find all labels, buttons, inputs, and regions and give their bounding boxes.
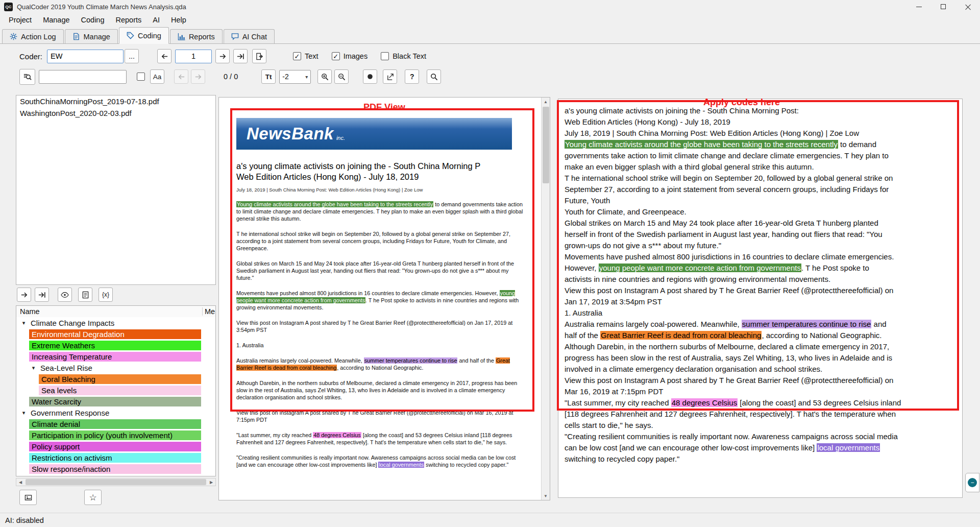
pdf-page[interactable]: NewsBank inc. a's young climate activist… bbox=[219, 98, 541, 500]
previous-result-button[interactable] bbox=[174, 69, 188, 84]
expander-icon[interactable]: ▾ bbox=[29, 365, 38, 371]
expander-icon[interactable]: ▾ bbox=[19, 410, 28, 416]
code-label[interactable]: Policy support bbox=[29, 442, 201, 451]
code-item-extreme-weathers[interactable]: Extreme Weathers bbox=[16, 340, 215, 351]
page-number-input[interactable] bbox=[175, 50, 212, 63]
coded-segment[interactable]: 48 degrees Celsius bbox=[671, 398, 738, 407]
coded-segment[interactable]: 48 degrees Celsius bbox=[313, 432, 361, 438]
menu-item-coding[interactable]: Coding bbox=[76, 14, 110, 26]
tab-coding[interactable]: Coding bbox=[119, 27, 169, 44]
case-sensitive-button[interactable]: Aa bbox=[150, 69, 164, 84]
code-item-climate-change-impacts[interactable]: ▾Climate Change Impacts bbox=[16, 317, 215, 328]
search-input[interactable] bbox=[39, 70, 127, 84]
code-item-sea-levels[interactable]: Sea levels bbox=[16, 385, 215, 396]
column-header-memo[interactable]: Me bbox=[202, 307, 215, 316]
close-button[interactable] bbox=[955, 0, 980, 13]
coded-segment[interactable]: summer temperatures continue to rise bbox=[364, 357, 458, 364]
coded-segment[interactable]: summer temperatures continue to rise bbox=[742, 320, 872, 328]
maximize-button[interactable] bbox=[931, 0, 955, 13]
file-attributes-button[interactable]: {x} bbox=[99, 288, 113, 302]
coder-more-button[interactable]: ... bbox=[125, 49, 139, 63]
screenshot-code-button[interactable] bbox=[19, 490, 37, 505]
previous-page-button[interactable] bbox=[157, 49, 172, 63]
minimize-button[interactable] bbox=[906, 0, 931, 13]
search-option-checkbox[interactable] bbox=[137, 73, 145, 81]
coded-segment[interactable]: Young climate activists around the globe… bbox=[236, 201, 433, 207]
file-memo-button[interactable] bbox=[78, 288, 92, 302]
coded-segment[interactable]: Young climate activists around the globe… bbox=[565, 140, 838, 149]
zoom-in-button[interactable] bbox=[317, 69, 332, 84]
code-label[interactable]: Participation in policy (youth involveme… bbox=[29, 430, 201, 440]
code-label[interactable]: Sea-Level Rise bbox=[38, 363, 95, 373]
next-page-button[interactable] bbox=[215, 49, 230, 63]
text-search-button[interactable] bbox=[19, 69, 35, 85]
checkbox-text[interactable]: ✓Text bbox=[293, 52, 318, 60]
code-item-restrictions-on-activism[interactable]: Restrictions on activism bbox=[16, 452, 215, 463]
search-button[interactable] bbox=[427, 69, 441, 84]
code-label[interactable]: Environmental Degradation bbox=[29, 329, 201, 339]
code-label[interactable]: Climate Change Impacts bbox=[28, 318, 117, 328]
code-item-sea-level-rise[interactable]: ▾Sea-Level Rise bbox=[16, 362, 215, 373]
code-item-climate-denial[interactable]: Climate denial bbox=[16, 418, 215, 429]
scroll-right-icon[interactable]: ▶ bbox=[207, 480, 215, 485]
menu-item-project[interactable]: Project bbox=[3, 14, 37, 26]
checkbox-box[interactable] bbox=[381, 52, 389, 60]
code-tree-horizontal-scrollbar[interactable]: ◀ ▶ bbox=[16, 478, 216, 486]
coded-segment[interactable]: young people want more concrete action f… bbox=[599, 264, 801, 272]
code-label[interactable]: Increasing Temperature bbox=[29, 352, 201, 362]
menu-item-reports[interactable]: Reports bbox=[110, 14, 148, 26]
next-result-button[interactable] bbox=[191, 69, 205, 84]
code-label[interactable]: Extreme Weathers bbox=[29, 341, 201, 350]
scroll-up-icon[interactable]: ▲ bbox=[544, 98, 548, 106]
view-file-button[interactable] bbox=[58, 288, 72, 302]
coding-text-panel[interactable]: a's young climate activists on joining t… bbox=[558, 99, 963, 498]
tab-ai-chat[interactable]: AI Chat bbox=[224, 29, 275, 43]
scroll-down-icon[interactable]: ▼ bbox=[544, 492, 548, 500]
checkbox-box[interactable]: ✓ bbox=[293, 52, 301, 60]
pdf-vertical-scrollbar[interactable]: ▲ ▼ bbox=[541, 98, 550, 500]
annotate-button[interactable] bbox=[363, 69, 377, 84]
column-header-name[interactable]: Name bbox=[16, 307, 202, 316]
code-label[interactable]: Restrictions on activism bbox=[29, 453, 201, 463]
menu-item-manage[interactable]: Manage bbox=[37, 14, 75, 26]
code-label[interactable]: Climate denial bbox=[29, 419, 201, 429]
scroll-left-icon[interactable]: ◀ bbox=[16, 480, 24, 485]
code-item-slow-response-inaction[interactable]: Slow response/inaction bbox=[16, 463, 215, 474]
code-item-water-scarcity[interactable]: Water Scarcity bbox=[16, 396, 215, 407]
code-label[interactable]: Slow response/inaction bbox=[29, 464, 201, 474]
file-list-item[interactable]: WashingtonPost_2020-02-03.pdf bbox=[16, 107, 215, 119]
code-item-increasing-temperature[interactable]: Increasing Temperature bbox=[16, 351, 215, 362]
code-label[interactable]: Water Scarcity bbox=[29, 397, 201, 406]
font-button[interactable]: Tt bbox=[261, 69, 276, 84]
tab-manage[interactable]: Manage bbox=[65, 29, 118, 43]
code-item-participation-in-policy-youth-involvement[interactable]: Participation in policy (youth involveme… bbox=[16, 429, 215, 441]
menu-item-ai[interactable]: AI bbox=[147, 14, 165, 26]
goto-last-file-button[interactable] bbox=[35, 288, 49, 302]
ai-panel-toggle-button[interactable]: − bbox=[965, 473, 979, 492]
tab-reports[interactable]: Reports bbox=[170, 29, 223, 43]
coded-segment[interactable]: local governments bbox=[817, 443, 880, 452]
goto-coded-page-button[interactable] bbox=[252, 49, 266, 63]
menu-item-help[interactable]: Help bbox=[165, 14, 192, 26]
export-button[interactable] bbox=[383, 69, 397, 84]
zoom-out-button[interactable] bbox=[334, 69, 349, 84]
scrollbar-thumb[interactable] bbox=[26, 479, 206, 485]
last-page-button[interactable] bbox=[233, 49, 248, 63]
file-list-item[interactable]: SouthChinaMorningPost_2019-07-18.pdf bbox=[16, 95, 215, 107]
code-item-environmental-degradation[interactable]: Environmental Degradation bbox=[16, 328, 215, 340]
code-item-government-response[interactable]: ▾Government Response bbox=[16, 407, 215, 418]
code-label[interactable]: Government Response bbox=[28, 408, 112, 418]
coded-segment[interactable]: local governments bbox=[378, 462, 424, 468]
code-label[interactable]: Sea levels bbox=[39, 386, 201, 395]
checkbox-box[interactable]: ✓ bbox=[332, 52, 340, 60]
code-item-coral-bleaching[interactable]: Coral Bleaching bbox=[16, 373, 215, 385]
scrollbar-thumb[interactable] bbox=[543, 107, 549, 183]
goto-next-file-button[interactable] bbox=[17, 288, 31, 302]
checkbox-black-text[interactable]: Black Text bbox=[381, 52, 426, 60]
tab-action-log[interactable]: Action Log bbox=[2, 29, 64, 43]
checkbox-images[interactable]: ✓Images bbox=[332, 52, 368, 60]
code-label[interactable]: Coral Bleaching bbox=[39, 374, 201, 384]
coder-input[interactable] bbox=[47, 50, 124, 63]
code-item-policy-support[interactable]: Policy support bbox=[16, 441, 215, 452]
important-star-button[interactable]: ☆ bbox=[84, 490, 102, 505]
